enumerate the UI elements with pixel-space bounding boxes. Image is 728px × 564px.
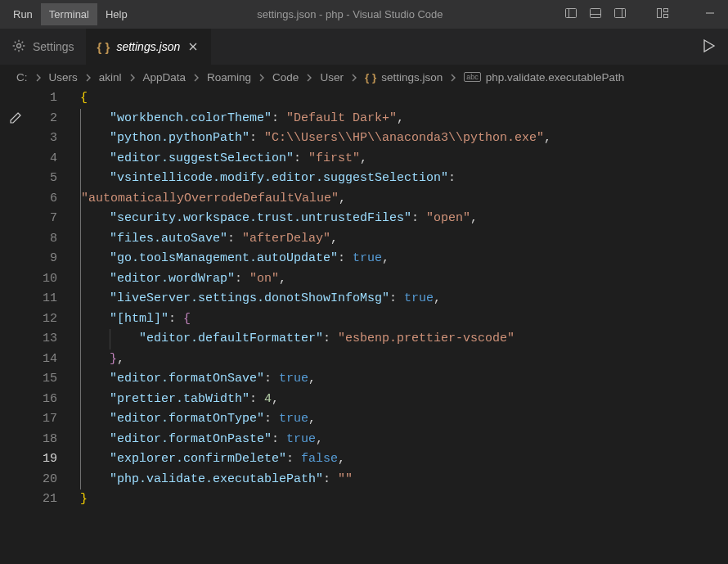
tabbar: Settings { } settings.json [0, 29, 728, 65]
line-number: 1 [31, 88, 57, 109]
code-line[interactable]: "python.pythonPath": "C:\\Users\\HP\\ana… [80, 129, 551, 149]
svg-marker-13 [704, 40, 714, 52]
line-numbers: 123456789101112131415161718192021 [31, 88, 61, 564]
code-line[interactable]: "automaticallyOverrodeDefaultValue", [80, 189, 551, 210]
code-line[interactable]: "vsintellicode.modify.editor.suggestSele… [80, 169, 551, 189]
breadcrumb-segment[interactable]: Code [272, 71, 299, 83]
line-number: 19 [31, 449, 57, 470]
line-number: 8 [31, 229, 57, 250]
code-line[interactable]: } [80, 490, 551, 510]
panel-left-icon[interactable] [564, 7, 577, 22]
close-icon[interactable] [186, 40, 200, 53]
folding-gutter [61, 88, 77, 564]
breadcrumb-segment[interactable]: Users [49, 71, 78, 83]
symbol-string-icon: abc [464, 72, 481, 82]
tab-settings-label: Settings [33, 40, 74, 53]
breadcrumb-file[interactable]: settings.json [381, 71, 443, 83]
line-number: 14 [31, 350, 57, 370]
tab-settings-json[interactable]: { } settings.json [86, 29, 212, 65]
code-line[interactable]: "editor.formatOnPaste": true, [80, 430, 551, 450]
code-line[interactable] [80, 510, 551, 530]
line-number: 18 [31, 430, 57, 450]
panel-bottom-icon[interactable] [589, 7, 602, 22]
line-number: 20 [31, 470, 57, 490]
code-line[interactable]: "editor.suggestSelection": "first", [80, 149, 551, 169]
layout-controls [564, 7, 728, 22]
breadcrumb-segment[interactable]: akinl [99, 71, 122, 83]
code-line[interactable]: "prettier.tabWidth": 4, [80, 390, 551, 410]
svg-rect-6 [658, 9, 662, 18]
chevron-right-icon [83, 70, 94, 83]
code-line[interactable]: "files.autoSave": "afterDelay", [80, 229, 551, 250]
code-line[interactable]: "php.validate.executablePath": "" [80, 470, 551, 490]
panel-right-icon[interactable] [613, 7, 627, 22]
line-number: 4 [31, 149, 57, 169]
window-title: settings.json - php - Visual Studio Code [136, 8, 564, 20]
svg-rect-2 [591, 9, 601, 18]
chevron-right-icon [127, 70, 138, 83]
menubar: Run Terminal Help [0, 3, 136, 25]
customize-layout-icon[interactable] [656, 7, 669, 22]
menu-help[interactable]: Help [97, 3, 136, 25]
pencil-icon[interactable] [9, 115, 22, 129]
line-number: 3 [31, 129, 57, 149]
code-line[interactable]: "explorer.confirmDelete": false, [80, 449, 551, 470]
glyph-margin [0, 88, 31, 564]
chevron-right-icon [348, 70, 360, 83]
code-line[interactable]: "[html]": { [80, 309, 551, 330]
breadcrumb-segment[interactable]: User [320, 71, 344, 83]
breadcrumb-segment[interactable]: Roaming [207, 71, 251, 83]
line-number: 6 [31, 189, 57, 210]
line-number: 2 [31, 109, 57, 129]
code-line[interactable]: "workbench.colorTheme": "Default Dark+", [80, 109, 551, 129]
line-number: 10 [31, 269, 57, 290]
run-icon[interactable] [700, 38, 717, 56]
svg-rect-8 [664, 15, 668, 18]
breadcrumb-segment[interactable]: AppData [143, 71, 186, 83]
menu-run[interactable]: Run [5, 3, 41, 25]
code-line[interactable]: "security.workspace.trust.untrustedFiles… [80, 209, 551, 229]
json-icon: { } [365, 71, 376, 83]
svg-rect-0 [566, 9, 577, 18]
code-line[interactable]: "go.toolsManagement.autoUpdate": true, [80, 249, 551, 269]
code-content[interactable]: {"workbench.colorTheme": "Default Dark+"… [77, 88, 551, 564]
titlebar: Run Terminal Help settings.json - php - … [0, 0, 728, 29]
line-number: 9 [31, 249, 57, 269]
svg-rect-7 [664, 9, 668, 12]
code-line[interactable]: "liveServer.settings.donotShowInfoMsg": … [80, 289, 551, 309]
tab-file-label: settings.json [116, 40, 180, 53]
svg-point-10 [17, 43, 21, 47]
code-line[interactable]: "editor.wordWrap": "on", [80, 269, 551, 290]
chevron-right-icon [33, 70, 44, 83]
line-number: 17 [31, 409, 57, 430]
breadcrumb-segment[interactable]: C: [16, 71, 28, 83]
line-number: 21 [31, 490, 57, 510]
line-number: 5 [31, 169, 57, 189]
line-number: 12 [31, 309, 57, 330]
code-line[interactable]: "editor.formatOnType": true, [80, 409, 551, 430]
code-line[interactable]: "editor.defaultFormatter": "esbenp.prett… [80, 329, 551, 350]
line-number: 7 [31, 209, 57, 229]
code-line[interactable]: "editor.formatOnSave": true, [80, 369, 551, 390]
line-number: 13 [31, 329, 57, 350]
json-icon: { } [97, 40, 110, 54]
editor[interactable]: 123456789101112131415161718192021 {"work… [0, 88, 728, 564]
minimize-icon[interactable] [703, 7, 717, 22]
gear-icon [11, 38, 26, 56]
breadcrumbs[interactable]: C:UsersakinlAppDataRoamingCodeUser{ } se… [0, 65, 728, 88]
chevron-right-icon [447, 70, 459, 83]
svg-rect-4 [615, 9, 626, 18]
chevron-right-icon [256, 70, 267, 83]
line-number: 11 [31, 289, 57, 309]
menu-terminal[interactable]: Terminal [41, 3, 97, 25]
chevron-right-icon [191, 70, 202, 83]
chevron-right-icon [303, 70, 315, 83]
line-number: 16 [31, 390, 57, 410]
code-line[interactable]: { [80, 88, 551, 109]
code-line[interactable]: }, [80, 350, 551, 370]
line-number: 15 [31, 369, 57, 390]
breadcrumb-symbol[interactable]: php.validate.executablePath [486, 71, 625, 83]
tab-settings[interactable]: Settings [0, 29, 86, 65]
